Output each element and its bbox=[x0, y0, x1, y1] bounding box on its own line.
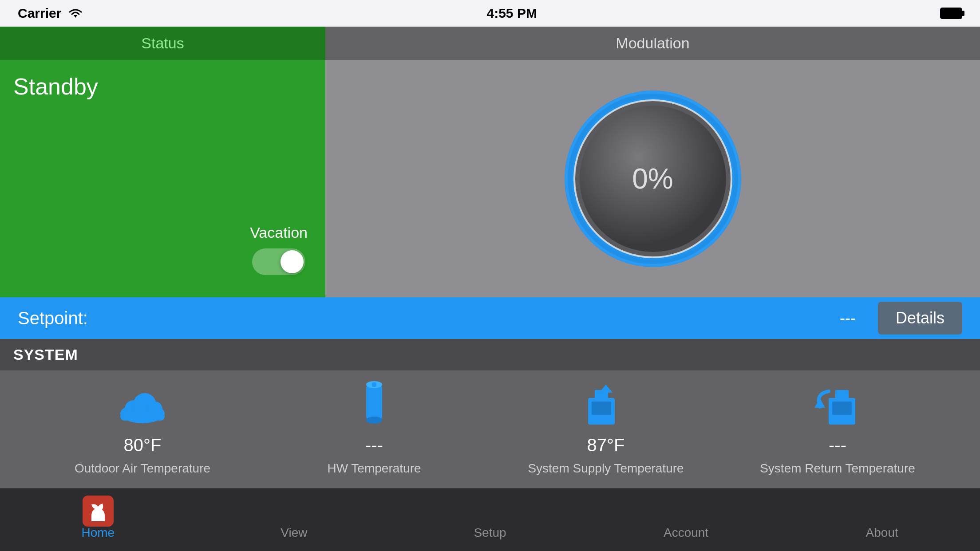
svg-rect-11 bbox=[366, 385, 382, 420]
setpoint-label: Setpoint: bbox=[18, 308, 831, 328]
svg-point-13 bbox=[366, 417, 382, 424]
status-bar-left: Carrier bbox=[18, 6, 83, 21]
modulation-panel: Modulation bbox=[325, 27, 980, 297]
list-item: 80°F Outdoor Air Temperature bbox=[54, 385, 231, 476]
main-content: Status Standby Vacation Modulation bbox=[0, 27, 980, 488]
list-item: 87°F System Supply Temperature bbox=[517, 385, 695, 476]
tab-view-label: View bbox=[281, 526, 307, 540]
list-item: --- HW Temperature bbox=[285, 385, 463, 476]
system-title: SYSTEM bbox=[13, 346, 78, 363]
svg-rect-14 bbox=[372, 382, 376, 387]
vacation-section: Vacation bbox=[250, 224, 308, 275]
svg-marker-22 bbox=[814, 398, 825, 408]
svg-rect-20 bbox=[832, 401, 852, 415]
top-section: Status Standby Vacation Modulation bbox=[0, 27, 980, 297]
setpoint-value: --- bbox=[840, 309, 856, 327]
carrier-label: Carrier bbox=[18, 6, 61, 21]
system-items: 80°F Outdoor Air Temperature --- HW bbox=[0, 370, 980, 489]
setup-icon bbox=[479, 500, 501, 522]
tab-setup[interactable]: Setup bbox=[446, 500, 534, 540]
svg-rect-21 bbox=[835, 390, 849, 400]
hw-icon bbox=[348, 385, 401, 429]
modulation-body: 0% bbox=[325, 60, 980, 297]
tab-about-label: About bbox=[866, 526, 898, 540]
wifi-icon bbox=[67, 7, 83, 20]
hw-temp-value: --- bbox=[365, 435, 383, 455]
toggle-knob bbox=[281, 250, 304, 273]
battery-icon bbox=[940, 8, 962, 19]
outdoor-temp-desc: Outdoor Air Temperature bbox=[75, 461, 210, 476]
tab-setup-label: Setup bbox=[474, 526, 506, 540]
status-bar-right bbox=[940, 8, 962, 19]
cloud-icon bbox=[116, 385, 169, 429]
tab-account[interactable]: Account bbox=[642, 500, 731, 540]
tab-bar: Home View Setup Account About bbox=[0, 488, 980, 551]
tab-account-label: Account bbox=[664, 526, 708, 540]
status-body: Standby Vacation bbox=[0, 60, 325, 297]
vacation-toggle[interactable] bbox=[252, 248, 305, 275]
details-button[interactable]: Details bbox=[878, 302, 962, 335]
logo-icon bbox=[87, 500, 109, 522]
view-icon bbox=[283, 500, 305, 522]
supply-temp-value: 87°F bbox=[587, 435, 625, 455]
hw-temp-desc: HW Temperature bbox=[327, 461, 421, 476]
status-bar: Carrier 4:55 PM bbox=[0, 0, 980, 27]
gauge-value: 0% bbox=[632, 162, 673, 195]
standby-text: Standby bbox=[13, 73, 312, 100]
svg-marker-18 bbox=[599, 385, 612, 393]
svg-rect-10 bbox=[120, 413, 165, 421]
modulation-header: Modulation bbox=[325, 27, 980, 60]
status-panel: Status Standby Vacation bbox=[0, 27, 325, 297]
setpoint-bar: Setpoint: --- Details bbox=[0, 297, 980, 339]
outdoor-temp-value: 80°F bbox=[124, 435, 162, 455]
return-temp-desc: System Return Temperature bbox=[760, 461, 915, 476]
status-header: Status bbox=[0, 27, 325, 60]
modulation-gauge: 0% bbox=[560, 86, 746, 272]
about-icon bbox=[871, 500, 893, 522]
tab-view[interactable]: View bbox=[249, 500, 338, 540]
tab-home-label: Home bbox=[81, 526, 115, 540]
system-section: SYSTEM 80°F Outdoor Air Temperature bbox=[0, 339, 980, 488]
system-header: SYSTEM bbox=[0, 339, 980, 370]
tab-home[interactable]: Home bbox=[54, 500, 142, 540]
return-icon bbox=[811, 385, 864, 429]
tab-about[interactable]: About bbox=[838, 500, 926, 540]
svg-rect-16 bbox=[592, 401, 611, 415]
list-item: --- System Return Temperature bbox=[749, 385, 926, 476]
status-time: 4:55 PM bbox=[487, 6, 537, 21]
account-icon bbox=[675, 500, 697, 522]
supply-temp-desc: System Supply Temperature bbox=[528, 461, 684, 476]
vacation-label: Vacation bbox=[250, 224, 308, 241]
supply-icon bbox=[579, 385, 632, 429]
return-temp-value: --- bbox=[829, 435, 846, 455]
